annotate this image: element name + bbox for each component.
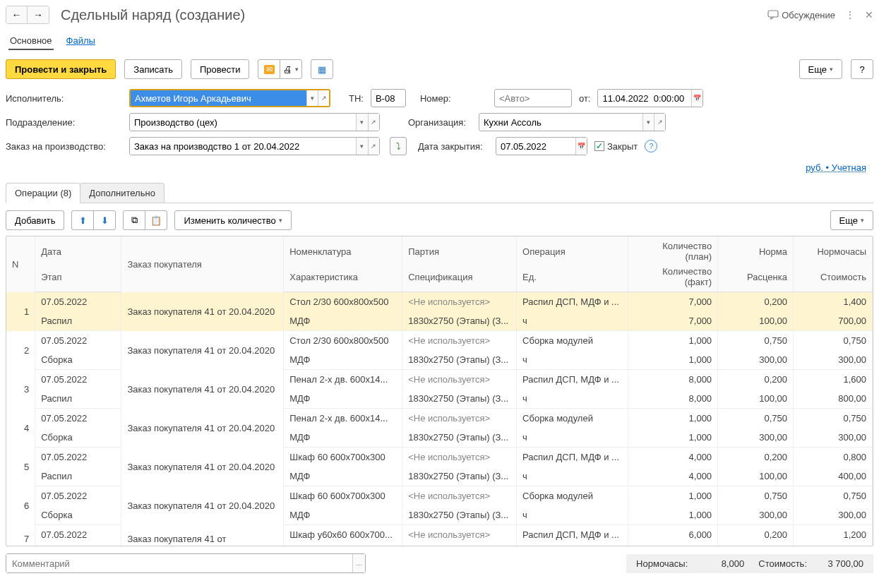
col-cost[interactable]: Стоимость [793, 266, 872, 292]
col-norm[interactable]: Норма [718, 236, 794, 266]
dropdown-icon[interactable]: ▾ [642, 114, 654, 131]
dropdown-icon[interactable]: ▾ [356, 114, 367, 131]
post-button[interactable]: Провести [191, 59, 250, 79]
tab-files[interactable]: Файлы [65, 32, 97, 50]
open-icon[interactable]: ↗ [368, 114, 379, 131]
col-nh[interactable]: Нормочасы [793, 236, 872, 266]
totals-bar: Нормочасы:8,000 Стоимость:3 700,00 [626, 554, 873, 573]
close-date-input[interactable] [496, 138, 575, 155]
calendar-icon[interactable]: 📅 [575, 138, 587, 155]
write-button[interactable]: Записать [124, 59, 182, 79]
dropdown-icon[interactable]: ▾ [306, 90, 318, 106]
page-title: Сдельный наряд (создание) [61, 7, 762, 23]
email-button[interactable]: ✉ [258, 59, 280, 79]
total-nh-label: Нормочасы: [636, 558, 688, 569]
table-row[interactable]: 707.05.2022Заказ покупателя 41 отШкаф у6… [6, 525, 873, 545]
table-row[interactable]: 607.05.2022Заказ покупателя 41 от 20.04.… [6, 486, 873, 506]
copy-button[interactable]: ⧉ [123, 210, 145, 230]
table-row[interactable]: 107.05.2022Заказ покупателя 41 от 20.04.… [6, 292, 873, 312]
closed-label: Закрыт [607, 141, 638, 152]
from-input[interactable] [598, 90, 691, 107]
close-icon[interactable]: ✕ [865, 9, 873, 20]
nav-back-button[interactable]: ← [6, 6, 28, 23]
paste-icon: 📋 [150, 215, 162, 226]
col-stage[interactable]: Этап [35, 266, 121, 292]
table-row[interactable]: 507.05.2022Заказ покупателя 41 от 20.04.… [6, 448, 873, 467]
col-unit[interactable]: Ед. [517, 266, 628, 292]
col-spec[interactable]: Спецификация [402, 266, 517, 292]
chat-icon [767, 10, 779, 20]
dept-label: Подразделение: [6, 117, 122, 128]
dept-input[interactable] [130, 114, 356, 131]
order-label: Заказ на производство: [6, 141, 122, 152]
total-cost-label: Стоимость: [758, 558, 807, 569]
change-qty-button[interactable]: Изменить количество ▾ [174, 210, 291, 230]
printer-icon: 🖨 [283, 64, 292, 75]
envelope-icon: ✉ [264, 65, 275, 74]
col-date[interactable]: Дата [35, 236, 121, 266]
comment-input[interactable] [6, 554, 352, 572]
table-row[interactable]: 207.05.2022Заказ покупателя 41 от 20.04.… [6, 331, 873, 351]
calendar-icon[interactable]: 📅 [691, 90, 702, 107]
nav-forward-button[interactable]: → [28, 6, 49, 23]
col-party[interactable]: Партия [402, 236, 517, 266]
discuss-link[interactable]: Обсуждение [767, 10, 835, 20]
open-icon[interactable]: ↗ [654, 114, 665, 131]
open-icon[interactable]: ↗ [368, 138, 379, 155]
table-row[interactable]: 307.05.2022Заказ покупателя 41 от 20.04.… [6, 370, 873, 390]
org-input[interactable] [479, 114, 642, 131]
col-char[interactable]: Характеристика [284, 266, 402, 292]
col-op[interactable]: Операция [517, 236, 628, 266]
fill-button[interactable]: ⤵ [390, 137, 407, 155]
paste-button[interactable]: 📋 [145, 210, 167, 230]
print-button[interactable]: 🖨▾ [280, 59, 302, 79]
closed-checkbox[interactable]: ✓ Закрыт [594, 141, 638, 152]
col-qty-fact[interactable]: Количество (факт) [628, 266, 717, 292]
kebab-icon[interactable]: ⋮ [845, 9, 855, 20]
more-button[interactable]: Еще ▾ [799, 59, 842, 79]
help-icon[interactable]: ? [645, 140, 657, 152]
num-label: Номер: [420, 93, 455, 104]
num-input[interactable] [495, 90, 571, 107]
col-rate[interactable]: Расценка [718, 266, 794, 292]
move-down-button[interactable]: ⬇ [93, 210, 116, 230]
total-nh-value: 8,000 [688, 558, 744, 569]
from-label: от: [579, 93, 591, 104]
add-button[interactable]: Добавить [6, 210, 64, 230]
table-more-button[interactable]: Еще ▾ [830, 210, 873, 230]
arrow-down-icon: ⬇ [101, 215, 109, 226]
arrow-up-icon: ⬆ [79, 215, 87, 226]
performer-input[interactable] [131, 90, 306, 106]
order-input[interactable] [130, 138, 356, 155]
reports-button[interactable]: ▦ [311, 59, 333, 79]
table-more-label: Еще [839, 215, 858, 226]
close-date-label: Дата закрытия: [418, 141, 489, 152]
tn-label: ТН: [349, 93, 364, 104]
col-n[interactable]: N [6, 236, 35, 292]
move-up-button[interactable]: ⬆ [71, 210, 94, 230]
tab-main[interactable]: Основное [8, 32, 54, 50]
tn-input[interactable] [371, 90, 405, 107]
col-order[interactable]: Заказ покупателя [121, 236, 284, 292]
open-icon[interactable]: ↗ [318, 90, 329, 106]
fill-icon: ⤵ [396, 141, 401, 152]
post-close-button[interactable]: Провести и закрыть [6, 59, 116, 79]
svg-rect-0 [768, 11, 778, 17]
price-link[interactable]: руб. • Учетная [806, 162, 866, 173]
performer-label: Исполнитель: [6, 93, 122, 104]
check-icon: ✓ [594, 141, 604, 151]
discuss-label: Обсуждение [782, 10, 835, 20]
org-label: Организация: [408, 117, 472, 128]
comment-expand-button[interactable]: … [352, 554, 365, 572]
more-label: Еще [808, 64, 827, 75]
total-cost-value: 3 700,00 [807, 558, 863, 569]
table-row[interactable]: 407.05.2022Заказ покупателя 41 от 20.04.… [6, 409, 873, 428]
subtab-extra[interactable]: Дополнительно [80, 183, 165, 203]
copy-icon: ⧉ [131, 215, 138, 226]
help-button[interactable]: ? [851, 59, 873, 79]
operations-table[interactable]: N Дата Заказ покупателя Номенклатура Пар… [6, 236, 873, 546]
dropdown-icon[interactable]: ▾ [356, 138, 367, 155]
subtab-operations[interactable]: Операции (8) [6, 183, 80, 203]
col-nom[interactable]: Номенклатура [284, 236, 402, 266]
col-qty-plan[interactable]: Количество (план) [628, 236, 717, 266]
